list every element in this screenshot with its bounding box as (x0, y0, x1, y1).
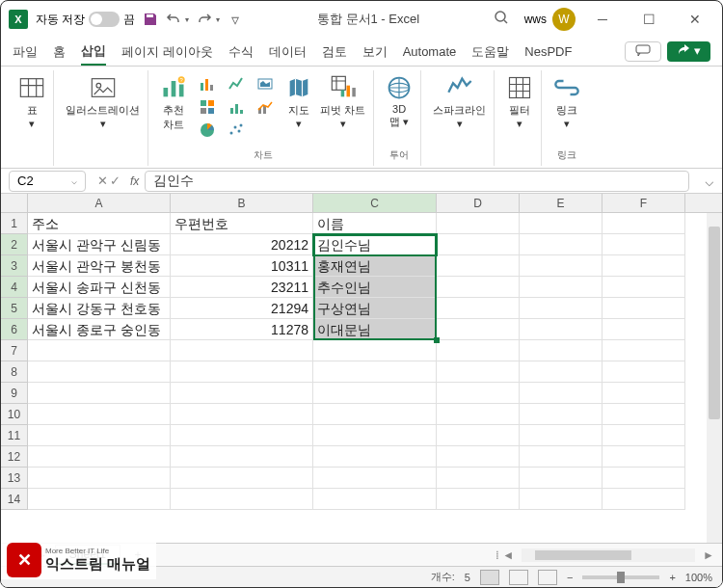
cell-E5[interactable] (520, 298, 602, 319)
row-header-13[interactable]: 13 (1, 468, 28, 489)
qat-customize-icon[interactable]: ▿ (228, 12, 243, 27)
zoom-slider[interactable] (582, 575, 659, 579)
formula-bar-expand-icon[interactable]: ⌵ (697, 172, 722, 190)
col-header-D[interactable]: D (437, 194, 520, 212)
cell-E6[interactable] (520, 319, 602, 340)
enter-formula-icon[interactable]: ✓ (110, 174, 120, 188)
tab-home[interactable]: 홈 (53, 40, 66, 65)
cancel-formula-icon[interactable]: ✕ (97, 174, 108, 188)
normal-view-icon[interactable] (480, 570, 499, 585)
tab-review[interactable]: 검토 (322, 40, 347, 65)
row-header-9[interactable]: 9 (1, 383, 28, 404)
page-break-view-icon[interactable] (538, 570, 557, 585)
cell-E3[interactable] (520, 255, 602, 277)
filter-button[interactable]: 필터▾ (506, 74, 533, 130)
cell-F5[interactable] (602, 298, 685, 319)
cell-B1[interactable]: 우편번호 (171, 213, 313, 234)
links-button[interactable]: 링크▾ (553, 74, 580, 130)
cell-F1[interactable] (602, 213, 685, 234)
selection-handle[interactable] (434, 337, 440, 343)
row-header-11[interactable]: 11 (1, 425, 28, 446)
select-all-corner[interactable] (1, 194, 28, 212)
formula-input[interactable]: 김인수 (145, 171, 689, 192)
column-chart-icon[interactable] (195, 74, 220, 94)
cell-A5[interactable]: 서울시 강동구 천호동 (28, 298, 171, 319)
cell-C1[interactable]: 이름 (313, 213, 437, 234)
vertical-scrollbar[interactable] (707, 213, 722, 543)
undo-dropdown-icon[interactable]: ▾ (185, 15, 189, 24)
hscroll-right-icon[interactable]: ► (695, 548, 722, 562)
cell-C5[interactable]: 구상연님 (313, 298, 437, 319)
cell-B6[interactable]: 11278 (171, 319, 313, 340)
search-icon[interactable] (494, 10, 509, 29)
scatter-chart-icon[interactable] (224, 120, 249, 140)
statistic-chart-icon[interactable] (224, 97, 249, 117)
redo-icon[interactable] (197, 12, 212, 27)
cell-A3[interactable]: 서울시 관악구 봉천동 (28, 255, 171, 277)
tab-nespdf[interactable]: NesPDF (524, 40, 572, 63)
cell-D4[interactable] (437, 277, 520, 298)
cell-D2[interactable] (437, 234, 520, 255)
3d-map-button[interactable]: 3D 맵 ▾ (386, 74, 413, 129)
maximize-button[interactable]: ☐ (629, 5, 668, 34)
row-header-7[interactable]: 7 (1, 340, 28, 361)
maps-button[interactable]: 지도▾ (285, 74, 312, 130)
name-box[interactable]: C2 ⌵ (9, 171, 86, 192)
toggle-switch-icon[interactable] (89, 12, 120, 27)
close-button[interactable]: ✕ (676, 5, 714, 34)
row-header-10[interactable]: 10 (1, 404, 28, 425)
tables-button[interactable]: 표▾ (18, 74, 45, 130)
cell-D5[interactable] (437, 298, 520, 319)
line-chart-icon[interactable] (224, 74, 249, 94)
cell-E2[interactable] (520, 234, 602, 255)
zoom-out-icon[interactable]: − (567, 572, 573, 583)
hierarchy-chart-icon[interactable] (195, 97, 220, 117)
cell-C2[interactable]: 김인수님 (313, 234, 437, 255)
col-header-C[interactable]: C (313, 194, 437, 212)
tab-file[interactable]: 파일 (13, 40, 38, 65)
comments-button[interactable] (625, 41, 661, 62)
row-header-3[interactable]: 3 (1, 255, 28, 277)
tab-help[interactable]: 도움말 (471, 40, 509, 65)
sparklines-button[interactable]: 스파크라인▾ (433, 74, 486, 130)
cell-B4[interactable]: 23211 (171, 277, 313, 298)
cell-F3[interactable] (602, 255, 685, 277)
col-header-F[interactable]: F (602, 194, 685, 212)
cell-D6[interactable] (437, 319, 520, 340)
row-header-12[interactable]: 12 (1, 446, 28, 468)
col-header-A[interactable]: A (28, 194, 171, 212)
cell-C4[interactable]: 추수인님 (313, 277, 437, 298)
row-header-2[interactable]: 2 (1, 234, 28, 255)
recommended-charts-button[interactable]: ? 추천 차트 (160, 74, 187, 132)
col-header-B[interactable]: B (171, 194, 313, 212)
cell-C3[interactable]: 홍재연님 (313, 255, 437, 277)
row-header-14[interactable]: 14 (1, 489, 28, 510)
tab-view[interactable]: 보기 (362, 40, 388, 65)
hscroll-left-icon[interactable]: ⁞ ◄ (488, 548, 522, 562)
cell-D1[interactable] (437, 213, 520, 234)
cell-B3[interactable]: 10311 (171, 255, 313, 277)
cell-A4[interactable]: 서울시 송파구 신천동 (28, 277, 171, 298)
illustrations-button[interactable]: 일러스트레이션▾ (66, 74, 140, 130)
cell-F2[interactable] (602, 234, 685, 255)
fx-icon[interactable]: fx (124, 174, 145, 188)
row-header-6[interactable]: 6 (1, 319, 28, 340)
name-box-dropdown-icon[interactable]: ⌵ (71, 175, 77, 186)
cell-F6[interactable] (602, 319, 685, 340)
undo-icon[interactable] (166, 12, 181, 27)
cell-E4[interactable] (520, 277, 602, 298)
cell-D3[interactable] (437, 255, 520, 277)
cell-F4[interactable] (602, 277, 685, 298)
share-button[interactable]: ▾ (667, 41, 710, 62)
user-account[interactable]: wws W (524, 8, 576, 31)
row-header-5[interactable]: 5 (1, 298, 28, 319)
minimize-button[interactable]: ─ (583, 5, 622, 34)
cells-area[interactable]: 주소 우편번호 이름 서울시 관악구 신림동 20212 김인수님 서울시 관악… (28, 213, 722, 510)
tab-data[interactable]: 데이터 (269, 40, 307, 65)
row-header-8[interactable]: 8 (1, 361, 28, 383)
cell-B2[interactable]: 20212 (171, 234, 313, 255)
tab-automate[interactable]: Automate (403, 40, 457, 63)
tab-pagelayout[interactable]: 페이지 레이아웃 (121, 40, 213, 65)
zoom-in-icon[interactable]: + (669, 572, 675, 583)
save-icon[interactable] (143, 12, 158, 27)
